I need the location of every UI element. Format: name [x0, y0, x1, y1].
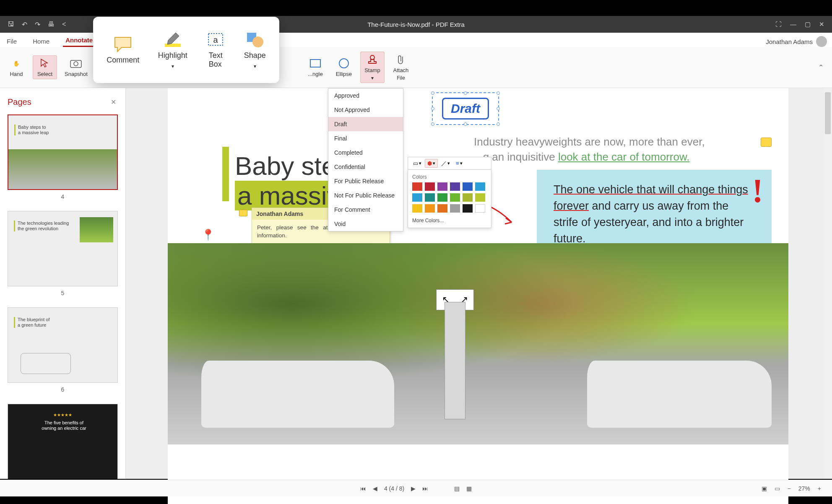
hand-tool[interactable]: ✋ Hand: [4, 56, 29, 79]
save-icon[interactable]: 🖫: [8, 21, 14, 29]
color-swatch[interactable]: [463, 182, 473, 191]
page-navigation: ⏮ ◀ 4 (4 / 8) ▶ ⏭ ▤ ▦: [360, 485, 472, 492]
print-icon[interactable]: 🖶: [48, 21, 55, 29]
car-of-tomorrow-link[interactable]: look at the car of tomorrow.: [558, 151, 690, 163]
color-swatch[interactable]: [437, 193, 447, 202]
page-canvas[interactable]: Baby ste a massiv Draft Industry heavywe…: [168, 88, 788, 504]
color-swatch[interactable]: [437, 182, 447, 191]
tab-file[interactable]: File: [4, 38, 19, 47]
attach-label-1: Attach: [393, 67, 409, 73]
color-swatch[interactable]: [463, 204, 473, 213]
color-swatch[interactable]: [437, 204, 447, 213]
color-swatch[interactable]: [425, 193, 435, 202]
line-color-button[interactable]: ／▾: [439, 158, 452, 169]
highlight-tool[interactable]: Highlight▾: [158, 31, 187, 69]
redo-icon[interactable]: ↷: [35, 21, 40, 29]
zoom-controls: ▣ ▭ − 27% +: [762, 485, 832, 492]
select-label: Select: [37, 71, 52, 77]
fill-color-button[interactable]: ⬢▾: [425, 159, 438, 168]
window-controls: ⛶ — ▢ ✕: [775, 21, 832, 28]
color-swatch[interactable]: [475, 204, 485, 213]
sticky-note-icon[interactable]: [761, 138, 772, 147]
hand-icon: ✋: [10, 57, 22, 69]
last-page-icon[interactable]: ⏭: [422, 485, 428, 492]
line-style-button[interactable]: ≡▾: [453, 159, 465, 168]
hand-label: Hand: [10, 71, 23, 77]
border-style-button[interactable]: ▭▾: [411, 159, 424, 168]
color-swatch[interactable]: [475, 182, 485, 191]
thumb-number: 5: [8, 290, 118, 296]
snapshot-tool[interactable]: Snapshot: [61, 56, 91, 79]
color-swatch[interactable]: [412, 182, 422, 191]
color-swatch[interactable]: [412, 204, 422, 213]
color-swatch[interactable]: [450, 193, 460, 202]
undo-icon[interactable]: ↶: [22, 21, 27, 29]
svg-point-1: [74, 62, 78, 66]
share-icon[interactable]: <: [62, 21, 66, 29]
select-tool[interactable]: Select: [33, 55, 57, 79]
close-panel-icon[interactable]: ✕: [111, 98, 116, 106]
stamp-option-completed[interactable]: Completed: [328, 145, 403, 160]
stamp-tool[interactable]: Stamp▾: [360, 52, 385, 83]
close-icon[interactable]: ✕: [819, 21, 824, 28]
page-thumbnail-4[interactable]: Baby steps toa massive leap: [8, 114, 118, 190]
fullscreen-icon[interactable]: ⛶: [775, 21, 782, 28]
exclamation-annotation[interactable]: !: [752, 172, 763, 210]
svg-point-8: [252, 36, 263, 47]
textbox-label: TextBox: [209, 51, 223, 69]
next-page-icon[interactable]: ▶: [411, 485, 416, 492]
two-page-view-icon[interactable]: ▦: [466, 485, 472, 492]
single-page-view-icon[interactable]: ▤: [454, 485, 460, 492]
page-thumbnail-6[interactable]: The blueprint ofa green future: [8, 307, 118, 383]
minimize-icon[interactable]: —: [790, 21, 796, 28]
stamp-label: Stamp: [364, 67, 380, 73]
more-colors-button[interactable]: More Colors...: [412, 215, 487, 226]
color-swatch[interactable]: [463, 193, 473, 202]
draft-stamp-selection[interactable]: Draft: [432, 92, 499, 125]
pushpin-icon[interactable]: 📍: [201, 229, 215, 242]
prev-page-icon[interactable]: ◀: [373, 485, 377, 492]
fit-page-icon[interactable]: ▣: [762, 485, 767, 492]
page-thumbnail-7[interactable]: ★★★★★ The five benefits ofowning an elec…: [8, 404, 118, 479]
snapshot-label: Snapshot: [65, 71, 88, 77]
color-swatch[interactable]: [425, 204, 435, 213]
color-swatch[interactable]: [412, 193, 422, 202]
stamp-option-approved[interactable]: Approved: [328, 88, 403, 103]
stamp-option-not-approved[interactable]: Not Approved: [328, 103, 403, 117]
stamp-option-not-for-public-release[interactable]: Not For Public Release: [328, 188, 403, 203]
color-swatch[interactable]: [425, 182, 435, 191]
attach-file-tool[interactable]: Attach File: [389, 52, 413, 83]
collapse-ribbon-icon[interactable]: ⌃: [818, 63, 832, 71]
zoom-in-icon[interactable]: +: [818, 485, 821, 492]
text-box-tool[interactable]: a TextBox: [206, 31, 225, 69]
stamp-option-confidential[interactable]: Confidential: [328, 160, 403, 174]
ellipse-tool[interactable]: Ellipse: [332, 56, 356, 79]
maximize-icon[interactable]: ▢: [805, 21, 811, 28]
rectangle-tool[interactable]: ...ngle: [303, 56, 328, 79]
page-thumbnail-5[interactable]: The technologies leadingthe green revolu…: [8, 211, 118, 286]
color-swatch[interactable]: [475, 193, 485, 202]
fit-width-icon[interactable]: ▭: [775, 485, 780, 492]
comment-icon: [113, 36, 133, 52]
zoom-level[interactable]: 27%: [798, 485, 810, 492]
shape-tool[interactable]: Shape▾: [244, 31, 266, 69]
stamp-option-for-public-release[interactable]: For Public Release: [328, 174, 403, 188]
stamp-option-final[interactable]: Final: [328, 131, 403, 145]
first-page-icon[interactable]: ⏮: [360, 485, 366, 492]
text-box-icon: a: [206, 31, 225, 48]
tab-annotate[interactable]: Annotate: [63, 36, 95, 47]
svg-point-3: [339, 59, 348, 68]
zoom-out-icon[interactable]: −: [788, 485, 791, 492]
comment-tool[interactable]: Comment: [107, 36, 139, 65]
stamp-option-for-comment[interactable]: For Comment: [328, 203, 403, 217]
body-text: Industry heavyweights are now, more than…: [474, 134, 746, 165]
vertical-scrollbar[interactable]: [824, 88, 832, 479]
color-swatch[interactable]: [450, 182, 460, 191]
user-info[interactable]: Jonathan Adams: [766, 36, 832, 47]
sticky-note-icon[interactable]: [239, 210, 247, 216]
stamp-option-void[interactable]: Void: [328, 217, 403, 231]
tab-home[interactable]: Home: [30, 38, 52, 47]
color-swatch[interactable]: [450, 204, 460, 213]
stamp-option-draft[interactable]: Draft: [328, 117, 403, 131]
page-indicator[interactable]: 4 (4 / 8): [384, 485, 404, 492]
